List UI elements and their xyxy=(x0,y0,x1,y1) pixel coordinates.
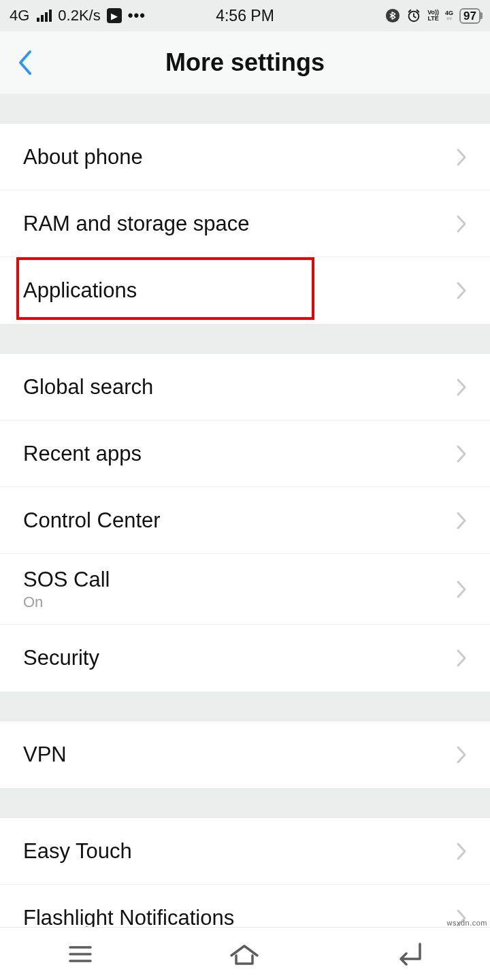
chevron-right-icon xyxy=(456,745,467,764)
status-bar: 4G 0.2K/s ▶ ••• 4:56 PM Vo))LTE 4G▾▾ 97 xyxy=(0,0,490,31)
back-button[interactable] xyxy=(16,49,34,76)
data-speed: 0.2K/s xyxy=(58,7,100,24)
title-bar: More settings xyxy=(0,31,490,94)
chevron-right-icon xyxy=(456,511,467,530)
item-label: Security xyxy=(23,646,456,670)
chevron-right-icon xyxy=(456,842,467,861)
item-label: RAM and storage space xyxy=(23,212,456,236)
bluetooth-icon xyxy=(385,8,400,23)
chevron-right-icon xyxy=(456,214,467,233)
item-label: VPN xyxy=(23,742,456,767)
chevron-right-icon xyxy=(456,649,467,668)
media-icon: ▶ xyxy=(107,8,122,23)
control-center-item[interactable]: Control Center xyxy=(0,487,490,554)
chevron-right-icon xyxy=(456,444,467,463)
volte-indicator: Vo))LTE xyxy=(427,10,439,22)
battery-indicator: 97 xyxy=(459,8,480,24)
menu-icon xyxy=(66,943,95,965)
item-label: Recent apps xyxy=(23,442,456,466)
settings-group: Global search Recent apps Control Center… xyxy=(0,354,490,691)
recent-apps-item[interactable]: Recent apps xyxy=(0,421,490,487)
back-nav-button[interactable] xyxy=(394,943,424,966)
recents-button[interactable] xyxy=(66,943,95,965)
watermark: wsxdn.com xyxy=(446,919,487,927)
ram-storage-item[interactable]: RAM and storage space xyxy=(0,191,490,257)
back-icon xyxy=(394,943,424,966)
status-left: 4G 0.2K/s ▶ ••• xyxy=(10,7,146,24)
page-title: More settings xyxy=(0,48,490,77)
about-phone-item[interactable]: About phone xyxy=(0,124,490,191)
item-label: Global search xyxy=(23,375,456,399)
secondary-network: 4G▾▾ xyxy=(445,10,453,22)
item-label: SOS Call xyxy=(23,568,456,592)
applications-item[interactable]: Applications xyxy=(0,257,490,324)
status-right: Vo))LTE 4G▾▾ 97 xyxy=(385,8,480,24)
chevron-right-icon xyxy=(456,378,467,397)
item-label: Easy Touch xyxy=(23,839,456,864)
security-item[interactable]: Security xyxy=(0,625,490,691)
vpn-item[interactable]: VPN xyxy=(0,721,490,788)
item-label: About phone xyxy=(23,145,456,169)
easy-touch-item[interactable]: Easy Touch xyxy=(0,818,490,885)
chevron-right-icon xyxy=(456,281,467,300)
chevron-left-icon xyxy=(16,49,34,76)
signal-icon xyxy=(37,10,52,22)
network-type: 4G xyxy=(10,7,29,24)
section-gap xyxy=(0,691,490,721)
item-label: Applications xyxy=(23,278,456,303)
item-sublabel: On xyxy=(23,593,456,611)
section-gap xyxy=(0,94,490,124)
more-dots-icon: ••• xyxy=(128,7,146,24)
alarm-icon xyxy=(406,8,421,23)
settings-group: VPN xyxy=(0,721,490,788)
item-label: Control Center xyxy=(23,508,456,533)
sos-call-item[interactable]: SOS Call On xyxy=(0,554,490,625)
settings-group: About phone RAM and storage space Applic… xyxy=(0,124,490,324)
chevron-right-icon xyxy=(456,580,467,599)
home-button[interactable] xyxy=(227,942,261,966)
chevron-right-icon xyxy=(456,148,467,167)
home-icon xyxy=(227,942,261,966)
navigation-bar xyxy=(0,927,490,980)
section-gap xyxy=(0,788,490,818)
global-search-item[interactable]: Global search xyxy=(0,354,490,421)
section-gap xyxy=(0,324,490,354)
